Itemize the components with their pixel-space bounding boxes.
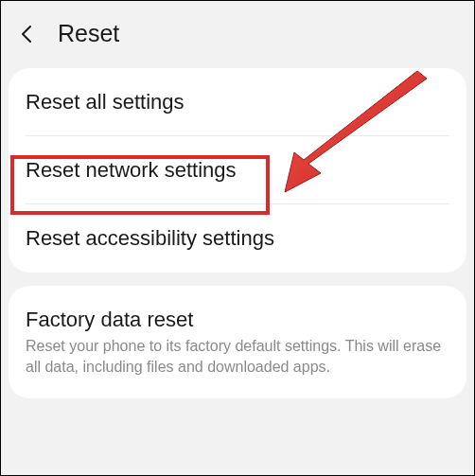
back-icon[interactable] (14, 21, 41, 47)
item-title: Reset accessibility settings (26, 226, 449, 251)
reset-network-settings-item[interactable]: Reset network settings (9, 136, 466, 204)
factory-data-reset-item[interactable]: Factory data reset Reset your phone to i… (9, 286, 466, 398)
factory-reset-card: Factory data reset Reset your phone to i… (9, 286, 466, 398)
reset-accessibility-settings-item[interactable]: Reset accessibility settings (9, 204, 466, 273)
item-title: Factory data reset (26, 308, 449, 332)
reset-all-settings-item[interactable]: Reset all settings (9, 68, 466, 136)
item-title: Reset network settings (26, 158, 449, 183)
reset-options-card: Reset all settings Reset network setting… (9, 68, 466, 273)
item-title: Reset all settings (26, 90, 449, 115)
item-subtitle: Reset your phone to its factory default … (26, 336, 449, 377)
page-title: Reset (58, 20, 119, 47)
page-header: Reset (1, 1, 474, 68)
